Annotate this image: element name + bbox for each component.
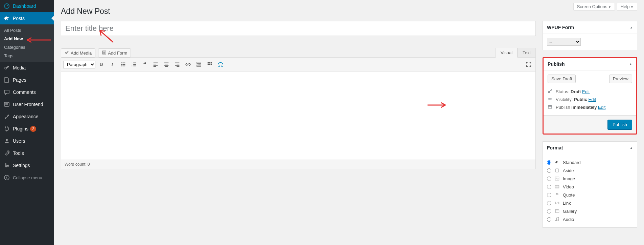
submenu-categories[interactable]: Categories <box>0 43 54 52</box>
svg-rect-13 <box>122 64 125 65</box>
wpuf-form-select[interactable]: -- <box>547 38 581 46</box>
add-form-button[interactable]: Add Form <box>98 48 131 58</box>
sidebar-item-users[interactable]: Users <box>0 135 54 147</box>
sidebar-label: Tools <box>13 150 24 156</box>
sidebar-item-settings[interactable]: Settings <box>0 159 54 171</box>
collapse-label: Collapse menu <box>13 175 42 180</box>
submenu-all-posts[interactable]: All Posts <box>0 26 54 35</box>
sidebar-item-pages[interactable]: Pages <box>0 74 54 86</box>
link-button[interactable] <box>183 60 193 69</box>
dashboard-icon <box>3 3 10 9</box>
bold-button[interactable]: B <box>97 60 106 69</box>
sidebar-label: Settings <box>13 163 30 168</box>
word-count: Word count: 0 <box>61 160 535 169</box>
pin-icon <box>3 15 10 22</box>
toolbar-toggle-button[interactable] <box>205 60 214 69</box>
svg-rect-33 <box>177 66 179 67</box>
collapse-icon <box>3 174 10 181</box>
add-media-button[interactable]: Add Media <box>61 48 95 58</box>
svg-rect-19 <box>133 64 136 65</box>
sidebar-item-user-frontend[interactable]: User Frontend <box>0 98 54 110</box>
save-draft-button[interactable]: Save Draft <box>548 75 576 83</box>
users-icon <box>3 138 10 144</box>
bullet-list-button[interactable] <box>118 60 128 69</box>
toggle-icon[interactable]: ▲ <box>629 62 632 66</box>
page-title: Add New Post <box>61 7 637 16</box>
format-box: Format ▲ Standard Aside Image Video ❝Quo… <box>543 141 637 228</box>
align-left-button[interactable] <box>151 60 160 69</box>
preview-button[interactable]: Preview <box>609 75 632 83</box>
publish-box: Publish ▲ Save Draft Preview Status: Dra… <box>543 57 637 135</box>
sidebar-label: Media <box>13 65 26 70</box>
edit-status-link[interactable]: Edit <box>582 89 590 94</box>
format-radio-quote[interactable] <box>547 193 551 197</box>
readmore-button[interactable] <box>194 60 204 69</box>
toggle-icon[interactable]: ▲ <box>630 26 633 29</box>
sidebar-item-media[interactable]: Media <box>0 62 54 74</box>
comments-icon <box>3 89 10 96</box>
format-radio-aside[interactable] <box>547 168 551 173</box>
align-center-button[interactable] <box>162 60 171 69</box>
svg-rect-29 <box>165 66 168 67</box>
text-tab[interactable]: Text <box>518 48 536 58</box>
format-radio-video[interactable] <box>547 185 551 189</box>
sidebar-item-tools[interactable]: Tools <box>0 147 54 159</box>
pin-icon <box>554 159 560 165</box>
edit-date-link[interactable]: Edit <box>598 105 605 110</box>
numbered-list-button[interactable]: 123 <box>129 60 139 69</box>
format-label: Aside <box>563 168 574 173</box>
svg-rect-45 <box>555 169 559 172</box>
svg-rect-36 <box>208 62 209 64</box>
svg-point-7 <box>4 175 9 180</box>
visual-tab[interactable]: Visual <box>496 48 518 58</box>
sidebar-item-plugins[interactable]: Plugins 2 <box>0 123 54 135</box>
submenu-add-new[interactable]: Add New <box>0 35 54 43</box>
italic-button[interactable]: I <box>108 60 117 69</box>
video-icon <box>554 184 560 190</box>
admin-sidebar: Dashboard Posts All Posts Add New Catego… <box>0 0 54 238</box>
format-radio-gallery[interactable] <box>547 209 551 213</box>
distraction-free-button[interactable] <box>216 60 225 69</box>
svg-point-12 <box>121 64 122 65</box>
sidebar-label: Pages <box>13 77 26 83</box>
help-tab[interactable]: Help <box>617 3 637 11</box>
sidebar-item-appearance[interactable]: Appearance <box>0 110 54 123</box>
paragraph-select[interactable]: Paragraph <box>63 61 95 68</box>
svg-rect-39 <box>208 64 209 65</box>
user-frontend-icon <box>3 101 10 108</box>
sidebar-item-comments[interactable]: Comments <box>0 86 54 98</box>
format-radio-image[interactable] <box>547 177 551 181</box>
blockquote-button[interactable]: ❝ <box>140 60 150 69</box>
collapse-menu[interactable]: Collapse menu <box>0 171 54 184</box>
svg-point-5 <box>7 165 8 166</box>
align-right-button[interactable] <box>172 60 182 69</box>
format-radio-link[interactable] <box>547 201 551 205</box>
sidebar-label: Comments <box>13 89 36 95</box>
svg-point-14 <box>121 65 122 66</box>
edit-visibility-link[interactable]: Edit <box>589 97 596 102</box>
camera-icon <box>65 50 69 56</box>
sidebar-item-posts[interactable]: Posts <box>0 12 54 24</box>
svg-rect-26 <box>164 63 169 63</box>
screen-options-tab[interactable]: Screen Options <box>573 3 615 11</box>
media-icon <box>3 64 10 71</box>
publish-button[interactable]: Publish <box>607 120 632 129</box>
svg-rect-21 <box>133 66 136 66</box>
format-label: Gallery <box>563 209 577 214</box>
submenu-tags[interactable]: Tags <box>0 52 54 60</box>
sidebar-label: Posts <box>13 16 25 21</box>
post-title-input[interactable] <box>61 21 536 36</box>
posts-submenu: All Posts Add New Categories Tags <box>0 24 54 62</box>
tools-icon <box>3 150 10 157</box>
format-radio-audio[interactable] <box>547 217 551 222</box>
sidebar-item-dashboard[interactable]: Dashboard <box>0 0 54 12</box>
svg-point-10 <box>121 62 122 63</box>
svg-rect-40 <box>209 64 210 65</box>
format-radio-standard[interactable] <box>547 160 551 165</box>
fullscreen-button[interactable] <box>524 60 533 69</box>
pages-icon <box>3 77 10 83</box>
toggle-icon[interactable]: ▲ <box>630 146 633 149</box>
plugins-icon <box>3 125 10 132</box>
aside-icon <box>554 167 560 173</box>
editor-body[interactable] <box>61 72 535 160</box>
